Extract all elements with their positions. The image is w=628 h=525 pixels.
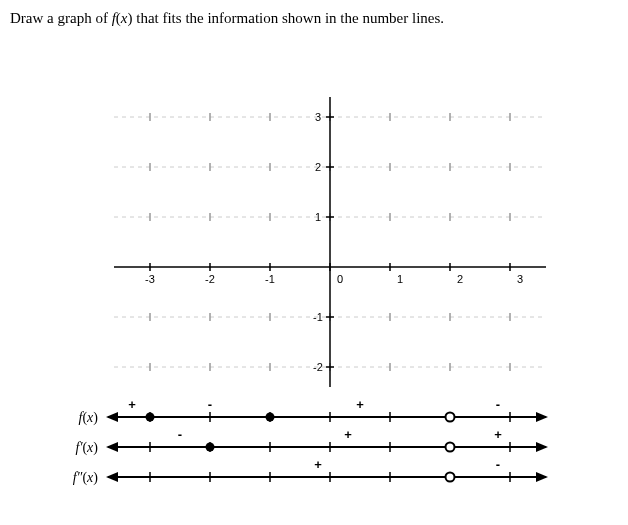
question-prompt: Draw a graph of f(x) that fits the infor… bbox=[10, 10, 618, 27]
closed-dot-icon bbox=[206, 443, 215, 452]
open-dot-icon bbox=[446, 473, 455, 482]
arrowhead-right-icon bbox=[536, 472, 548, 482]
sign-label: + bbox=[128, 397, 136, 412]
open-dot-icon bbox=[446, 413, 455, 422]
sign-label: - bbox=[178, 427, 182, 442]
sign-label: + bbox=[494, 427, 502, 442]
sign-label: + bbox=[356, 397, 364, 412]
arrowhead-right-icon bbox=[536, 442, 548, 452]
fn-name: f bbox=[112, 10, 116, 26]
svg-text:3: 3 bbox=[315, 111, 321, 123]
svg-text:-2: -2 bbox=[205, 273, 215, 285]
graph-and-number-lines: -3-2-10123-2-1123 +-+-f(x)-++f′(x)+-f″(x… bbox=[10, 37, 618, 517]
svg-text:-2: -2 bbox=[313, 361, 323, 373]
fn-var: x bbox=[121, 10, 128, 26]
number-line-label: f(x) bbox=[79, 410, 99, 426]
prompt-pre: Draw a graph of bbox=[10, 10, 112, 26]
arrowhead-left-icon bbox=[106, 412, 118, 422]
arrowhead-right-icon bbox=[536, 412, 548, 422]
number-line-label: f′(x) bbox=[75, 440, 98, 456]
number-line: +-f″(x) bbox=[73, 457, 548, 486]
number-line: -++f′(x) bbox=[75, 427, 548, 456]
svg-text:1: 1 bbox=[397, 273, 403, 285]
svg-text:2: 2 bbox=[457, 273, 463, 285]
open-dot-icon bbox=[446, 443, 455, 452]
svg-text:-1: -1 bbox=[313, 311, 323, 323]
sign-label: + bbox=[314, 457, 322, 472]
arrowhead-left-icon bbox=[106, 442, 118, 452]
closed-dot-icon bbox=[146, 413, 155, 422]
svg-text:1: 1 bbox=[315, 211, 321, 223]
sign-label: + bbox=[344, 427, 352, 442]
svg-text:0: 0 bbox=[337, 273, 343, 285]
svg-text:3: 3 bbox=[517, 273, 523, 285]
svg-text:2: 2 bbox=[315, 161, 321, 173]
number-line: +-+-f(x) bbox=[79, 397, 548, 426]
prompt-post: that fits the information shown in the n… bbox=[132, 10, 444, 26]
svg-text:-3: -3 bbox=[145, 273, 155, 285]
sign-label: - bbox=[496, 457, 500, 472]
sign-label: - bbox=[496, 397, 500, 412]
svg-text:-1: -1 bbox=[265, 273, 275, 285]
sign-label: - bbox=[208, 397, 212, 412]
arrowhead-left-icon bbox=[106, 472, 118, 482]
closed-dot-icon bbox=[266, 413, 275, 422]
number-line-label: f″(x) bbox=[73, 470, 99, 486]
